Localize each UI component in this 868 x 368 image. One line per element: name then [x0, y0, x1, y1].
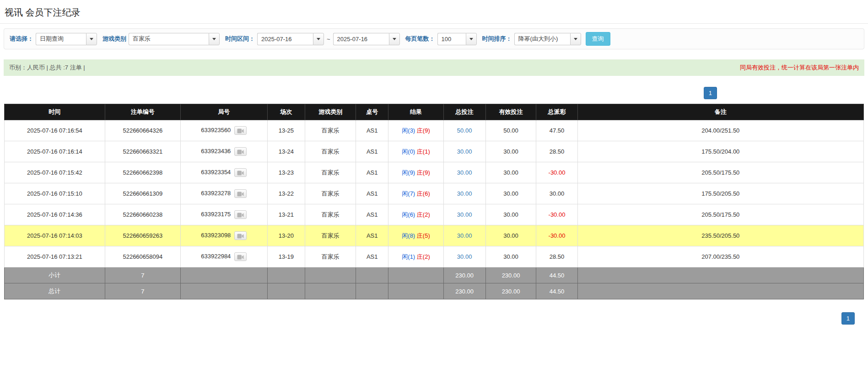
cell-time: 2025-07-16 07:16:54	[5, 120, 105, 141]
date-to-dropdown-button[interactable]	[389, 33, 400, 45]
summary-payout: 44.50	[536, 267, 577, 283]
table-row: 2025-07-16 07:14:36522660660238633923175…	[5, 204, 864, 225]
round-detail-button[interactable]	[234, 210, 247, 219]
result-player: 闲(0)	[402, 148, 415, 155]
cell-game-type: 百家乐	[305, 246, 356, 267]
result-player: 闲(8)	[402, 232, 415, 239]
cell-remark: 175.50/204.00	[577, 141, 863, 162]
cell-bet-id: 522660658094	[105, 246, 180, 267]
cell-valid-bet: 50.00	[485, 120, 536, 141]
result-banker: 庄(9)	[417, 169, 430, 176]
pagination-top: 1	[0, 87, 717, 99]
cell-round: 633923354	[180, 162, 267, 183]
date-to-combo	[333, 33, 400, 45]
cell-round: 633923278	[180, 183, 267, 204]
select-type-combo	[36, 33, 97, 45]
date-to-input[interactable]	[333, 33, 389, 45]
search-button[interactable]: 查询	[586, 32, 610, 46]
round-number: 633923278	[201, 190, 231, 197]
total-bet-link[interactable]: 30.00	[457, 211, 472, 218]
cell-payout: 30.00	[536, 183, 577, 204]
video-icon	[237, 254, 244, 260]
cell-session: 13-21	[267, 204, 305, 225]
table-row: 2025-07-16 07:14:03522660659263633923098…	[5, 225, 864, 246]
cell-table-no: AS1	[356, 204, 388, 225]
cell-session: 13-19	[267, 246, 305, 267]
column-header: 注单编号	[105, 104, 180, 120]
total-bet-link[interactable]: 30.00	[457, 190, 472, 197]
cell-payout: -30.00	[536, 225, 577, 246]
cell-valid-bet: 30.00	[485, 225, 536, 246]
round-number: 633923560	[201, 127, 231, 133]
chevron-down-icon	[574, 38, 577, 40]
video-icon	[237, 149, 244, 155]
video-icon	[237, 170, 244, 176]
round-detail-button[interactable]	[234, 189, 247, 198]
table-row: 2025-07-16 07:15:10522660661309633923278…	[5, 183, 864, 204]
summary-bar: 币别：人民币 | 总共 :7 注单 | 同局有效投注，统一计算在该局第一张注单内	[4, 59, 864, 76]
date-from-dropdown-button[interactable]	[313, 33, 324, 45]
sort-order-combo	[514, 33, 581, 45]
page-button[interactable]: 1	[841, 312, 855, 325]
total-row: 总计7230.00230.0044.50	[5, 283, 864, 299]
summary-valid-bet: 230.00	[485, 283, 536, 299]
chevron-down-icon	[212, 38, 216, 40]
summary-empty-cell	[180, 283, 267, 299]
game-type-label: 游戏类别	[102, 35, 126, 43]
cell-remark: 205.50/175.50	[577, 204, 863, 225]
cell-bet-id: 522660661309	[105, 183, 180, 204]
total-bet-link[interactable]: 30.00	[457, 253, 472, 260]
cell-payout: -30.00	[536, 204, 577, 225]
cell-time: 2025-07-16 07:15:42	[5, 162, 105, 183]
total-bet-link[interactable]: 30.00	[457, 232, 472, 239]
round-detail-button[interactable]	[234, 126, 247, 135]
cell-session: 13-23	[267, 162, 305, 183]
cell-bet-id: 522660662398	[105, 162, 180, 183]
summary-empty-cell	[356, 267, 388, 283]
cell-valid-bet: 30.00	[485, 183, 536, 204]
currency-total-text: 币别：人民币 | 总共 :7 注单 |	[9, 64, 85, 72]
cell-remark: 204.00/251.50	[577, 120, 863, 141]
total-bet-link[interactable]: 30.00	[457, 169, 472, 176]
total-bet-link[interactable]: 30.00	[457, 148, 472, 155]
summary-valid-bet: 230.00	[485, 267, 536, 283]
date-from-input[interactable]	[257, 33, 313, 45]
round-detail-button[interactable]	[234, 252, 247, 261]
cell-valid-bet: 30.00	[485, 162, 536, 183]
column-header: 场次	[267, 104, 305, 120]
game-type-dropdown-button[interactable]	[209, 33, 220, 45]
column-header: 结果	[388, 104, 443, 120]
cell-total-bet: 30.00	[443, 246, 485, 267]
round-detail-button[interactable]	[234, 231, 247, 240]
round-detail-button[interactable]	[234, 147, 247, 156]
select-type-dropdown-button[interactable]	[86, 33, 97, 45]
result-banker: 庄(2)	[417, 211, 430, 218]
select-type-input[interactable]	[36, 33, 86, 45]
game-type-input[interactable]	[129, 33, 209, 45]
cell-valid-bet: 30.00	[485, 204, 536, 225]
round-number: 633923354	[201, 169, 231, 176]
sort-order-input[interactable]	[514, 33, 570, 45]
cell-game-type: 百家乐	[305, 183, 356, 204]
total-bet-link[interactable]: 50.00	[457, 127, 472, 134]
cell-payout: 28.50	[536, 141, 577, 162]
cell-remark: 207.00/235.50	[577, 246, 863, 267]
page-title: 视讯 会员下注纪录	[5, 6, 863, 19]
cell-result: 闲(9) 庄(9)	[388, 162, 443, 183]
round-detail-button[interactable]	[234, 168, 247, 177]
summary-total-bet: 230.00	[443, 283, 485, 299]
cell-game-type: 百家乐	[305, 162, 356, 183]
page-button[interactable]: 1	[704, 87, 717, 99]
cell-result: 闲(0) 庄(1)	[388, 141, 443, 162]
page-size-input[interactable]	[437, 33, 466, 45]
table-body: 2025-07-16 07:16:54522660664326633923560…	[5, 120, 864, 299]
cell-bet-id: 522660664326	[105, 120, 180, 141]
cell-session: 13-20	[267, 225, 305, 246]
sort-order-dropdown-button[interactable]	[570, 33, 581, 45]
subtotal-row: 小计7230.00230.0044.50	[5, 267, 864, 283]
column-header: 有效投注	[485, 104, 536, 120]
page-size-dropdown-button[interactable]	[466, 33, 477, 45]
summary-count: 7	[105, 267, 180, 283]
result-banker: 庄(2)	[417, 253, 430, 260]
cell-time: 2025-07-16 07:15:10	[5, 183, 105, 204]
